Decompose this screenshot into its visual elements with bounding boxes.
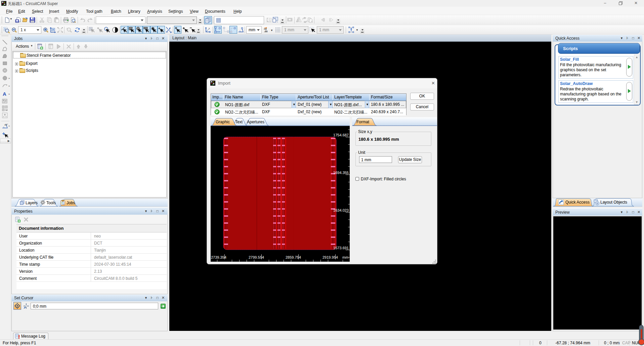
svg-text:x: x (209, 27, 210, 30)
svg-text:45°: 45° (4, 124, 8, 126)
svg-text:A: A (3, 91, 6, 97)
svg-text:.00: .00 (264, 30, 267, 33)
